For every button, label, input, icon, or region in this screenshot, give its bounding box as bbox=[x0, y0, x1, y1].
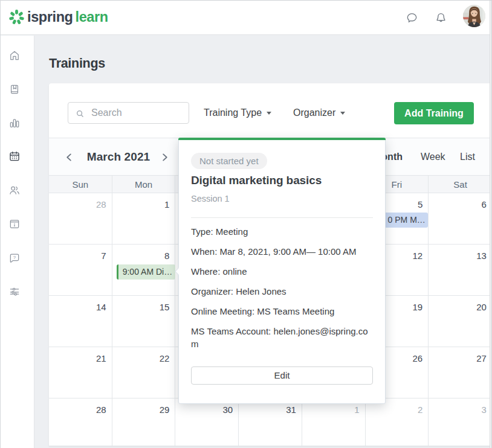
day-number: 26 bbox=[413, 353, 423, 363]
calendar-day-cell[interactable]: 1 bbox=[302, 398, 366, 446]
view-tab-week[interactable]: Week bbox=[421, 138, 445, 176]
training-detail-row: MS Teams Account: helen.jones@ispring.co… bbox=[191, 325, 373, 350]
chevron-down-icon bbox=[267, 112, 271, 115]
popover-accent-bar bbox=[178, 138, 386, 140]
info-card-icon bbox=[8, 218, 21, 230]
book-icon bbox=[8, 83, 21, 95]
training-title: Digital marketing basics bbox=[191, 174, 373, 187]
day-number: 14 bbox=[96, 302, 106, 312]
training-detail-row: Type: Meeting bbox=[191, 225, 373, 238]
day-number: 21 bbox=[96, 353, 106, 363]
day-number: 7 bbox=[101, 251, 106, 261]
next-month-button[interactable] bbox=[155, 148, 173, 166]
training-details-popover: Not started yet Digital marketing basics… bbox=[178, 138, 386, 404]
day-number: 15 bbox=[160, 302, 170, 312]
day-number: 30 bbox=[222, 405, 233, 415]
training-type-filter[interactable]: Training Type bbox=[204, 102, 271, 124]
page-title: Trainings bbox=[49, 56, 105, 71]
sidebar-item-calendar[interactable] bbox=[8, 150, 21, 162]
scrollbar-track[interactable] bbox=[490, 0, 492, 448]
training-detail-row: When: Mar 8, 2021, 9:00 AM— 10:00 AM bbox=[191, 245, 373, 258]
calendar-day-cell[interactable]: 15 bbox=[112, 296, 176, 347]
view-tab-list[interactable]: List bbox=[460, 138, 475, 176]
sidebar-item-bar-chart[interactable] bbox=[8, 117, 21, 129]
calendar-day-cell[interactable]: 1 bbox=[112, 193, 176, 244]
sidebar-item-home[interactable] bbox=[8, 50, 21, 62]
calendar-day-cell[interactable]: 30 bbox=[175, 398, 239, 446]
notifications-button[interactable] bbox=[429, 0, 453, 35]
calendar-day-cell[interactable]: 31 bbox=[239, 398, 302, 446]
logo-wordmark: ispringlearn bbox=[27, 9, 108, 25]
user-avatar[interactable] bbox=[463, 5, 485, 27]
search-icon bbox=[76, 109, 85, 118]
calendar-day-cell[interactable]: 28 bbox=[49, 398, 112, 446]
sliders-icon bbox=[8, 286, 21, 298]
calendar-day-cell[interactable]: 29 bbox=[112, 398, 176, 446]
day-number: 6 bbox=[482, 199, 487, 210]
add-training-button[interactable]: Add Training bbox=[394, 102, 474, 124]
people-icon bbox=[8, 184, 21, 196]
calendar-day-cell[interactable]: 7 bbox=[49, 245, 112, 295]
day-header: Mon bbox=[112, 176, 176, 193]
window-frame-top bbox=[0, 0, 492, 1]
day-number: 2 bbox=[418, 405, 422, 415]
sidebar-item-people[interactable] bbox=[8, 184, 21, 196]
window-frame-left bbox=[0, 0, 1, 448]
messages-button[interactable] bbox=[400, 0, 424, 35]
calendar-day-cell[interactable]: 28 bbox=[49, 193, 112, 244]
day-number: 22 bbox=[160, 353, 170, 363]
calendar-day-cell[interactable]: 13 bbox=[429, 245, 492, 295]
day-number: 3 bbox=[482, 405, 487, 415]
search-box bbox=[68, 102, 189, 124]
home-icon bbox=[8, 50, 21, 62]
day-number: 5 bbox=[418, 199, 422, 210]
app-logo[interactable]: ispringlearn bbox=[8, 8, 108, 26]
top-header: ispringlearn bbox=[0, 0, 492, 35]
sidebar-item-book[interactable] bbox=[8, 83, 21, 95]
calendar-event-digital-marketing[interactable]: 9:00 AM Di… bbox=[117, 264, 175, 280]
bell-icon bbox=[435, 11, 447, 24]
calendar-day-cell[interactable]: 27 bbox=[429, 347, 492, 398]
training-detail-row: Organizer: Helen Jones bbox=[191, 285, 373, 298]
calendar-day-cell[interactable]: 22 bbox=[112, 347, 176, 398]
search-input[interactable] bbox=[91, 103, 185, 123]
day-number: 19 bbox=[413, 302, 423, 312]
day-number: 8 bbox=[164, 251, 169, 261]
training-session: Session 1 bbox=[191, 194, 373, 203]
ispring-pinwheel-icon bbox=[8, 9, 25, 25]
day-number: 28 bbox=[96, 199, 106, 210]
avatar-photo bbox=[463, 5, 485, 27]
chevron-right-icon bbox=[161, 153, 169, 161]
calendar-day-cell[interactable]: 20 bbox=[429, 296, 492, 347]
calendar-day-cell[interactable]: 21 bbox=[49, 347, 112, 398]
sidebar-nav: ? bbox=[0, 36, 34, 448]
training-details: Type: Meeting When: Mar 8, 2021, 9:00 AM… bbox=[191, 225, 373, 350]
chevron-down-icon bbox=[340, 112, 345, 115]
previous-month-button[interactable] bbox=[60, 148, 78, 166]
day-number: 27 bbox=[476, 353, 487, 363]
divider bbox=[191, 217, 373, 218]
calendar-day-cell[interactable]: 3 bbox=[429, 398, 492, 446]
edit-button[interactable]: Edit bbox=[191, 366, 373, 385]
popover-body: Not started yet Digital marketing basics… bbox=[179, 141, 385, 385]
month-label: March 2021 bbox=[80, 138, 157, 176]
sidebar-item-info-card[interactable] bbox=[8, 218, 21, 230]
sidebar-item-sliders[interactable] bbox=[8, 286, 21, 298]
help-icon: ? bbox=[8, 252, 21, 264]
calendar-day-cell[interactable]: 2 bbox=[366, 398, 429, 446]
sidebar-item-help[interactable]: ? bbox=[8, 252, 21, 264]
day-number: 28 bbox=[96, 405, 106, 415]
status-badge: Not started yet bbox=[191, 153, 267, 169]
bar-chart-icon bbox=[8, 117, 21, 129]
calendar-day-cell[interactable]: 6 bbox=[429, 193, 492, 244]
day-number: 1 bbox=[354, 405, 359, 415]
organizer-filter[interactable]: Organizer bbox=[293, 102, 345, 124]
calendar-day-cell[interactable]: 14 bbox=[49, 296, 112, 347]
day-number: 31 bbox=[286, 405, 296, 415]
day-number: 29 bbox=[160, 405, 170, 415]
day-number: 20 bbox=[476, 302, 487, 312]
day-header: Sun bbox=[49, 176, 112, 193]
day-header: Sat bbox=[429, 176, 492, 193]
chevron-left-icon bbox=[65, 153, 73, 161]
day-number: 1 bbox=[164, 199, 169, 210]
